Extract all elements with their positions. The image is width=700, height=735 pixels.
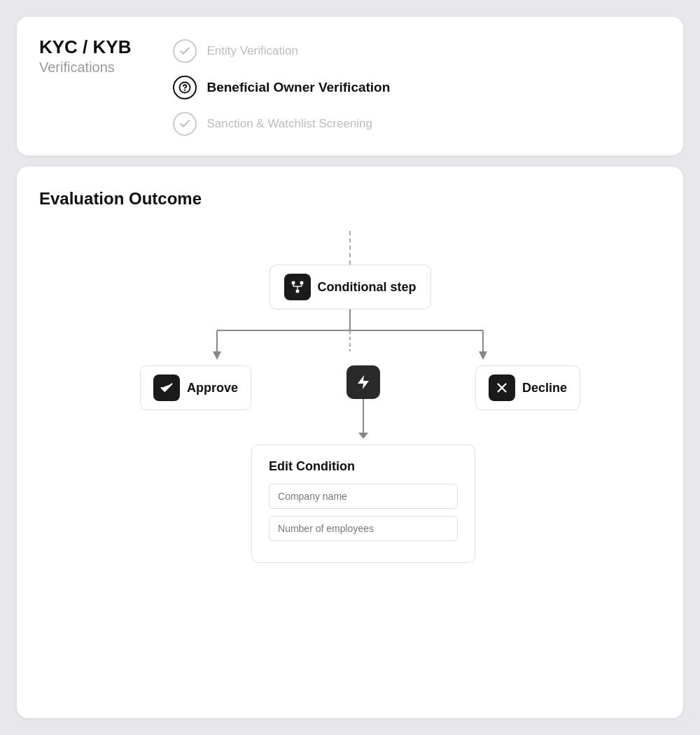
- top-card: KYC / KYB Verifications Entity Verificat…: [17, 17, 683, 155]
- checkmark-icon: [159, 380, 174, 396]
- conditional-step-label: Conditional step: [318, 280, 416, 295]
- svg-marker-16: [358, 375, 369, 389]
- decline-node[interactable]: Decline: [475, 365, 580, 410]
- flow-diagram: Conditional step: [39, 231, 661, 563]
- conditional-step-icon: [284, 274, 311, 300]
- svg-marker-12: [213, 351, 221, 360]
- check-icon: [178, 45, 191, 57]
- svg-rect-2: [291, 281, 295, 285]
- decline-branch: Decline: [475, 365, 580, 410]
- branch-connector-svg-container: [140, 309, 560, 365]
- svg-rect-3: [300, 281, 303, 285]
- conditional-step-node[interactable]: Conditional step: [270, 265, 431, 309]
- kyc-kyb-subtitle: Verifications: [39, 59, 131, 76]
- edit-condition-node: Edit Condition: [251, 444, 475, 563]
- verification-list: Entity Verification Beneficial Owner Ver…: [173, 39, 390, 136]
- entity-verification-label: Entity Verification: [206, 44, 298, 58]
- arrow-down: [358, 433, 368, 439]
- x-icon: [494, 380, 510, 396]
- verification-item-entity[interactable]: Entity Verification: [173, 39, 390, 63]
- decline-icon: [489, 374, 515, 401]
- num-employees-input[interactable]: [269, 516, 458, 541]
- kyc-kyb-title-block: KYC / KYB Verifications: [39, 36, 131, 76]
- evaluation-outcome-card: Evaluation Outcome Conditional step: [17, 167, 683, 718]
- approve-branch: Approve: [140, 365, 251, 410]
- decline-label: Decline: [522, 381, 567, 396]
- dashed-line-top: [349, 231, 351, 265]
- question-icon: [178, 81, 191, 94]
- entity-verification-icon: [173, 39, 197, 63]
- approve-node[interactable]: Approve: [140, 365, 251, 410]
- branch-icon: [290, 279, 305, 295]
- verification-item-beneficial[interactable]: Beneficial Owner Verification: [173, 76, 390, 99]
- company-name-input[interactable]: [269, 484, 458, 509]
- lightning-icon: [355, 374, 372, 391]
- approve-label: Approve: [187, 381, 238, 396]
- check-icon-2: [178, 118, 191, 130]
- beneficial-owner-label: Beneficial Owner Verification: [206, 80, 390, 95]
- svg-rect-4: [295, 290, 299, 293]
- branch-connector-svg: [140, 309, 560, 365]
- middle-branch: Edit Condition: [251, 365, 475, 563]
- sanction-icon: [173, 112, 197, 136]
- sanction-label: Sanction & Watchlist Screening: [206, 117, 372, 131]
- lightning-node[interactable]: [346, 365, 380, 399]
- verification-item-sanction[interactable]: Sanction & Watchlist Screening: [173, 112, 390, 136]
- evaluation-outcome-title: Evaluation Outcome: [39, 189, 661, 209]
- beneficial-owner-icon: [173, 76, 197, 99]
- solid-line-lightning: [363, 399, 364, 433]
- branches-row: Approve Edit Condition: [140, 365, 560, 563]
- kyc-kyb-title: KYC / KYB: [39, 36, 131, 58]
- svg-marker-15: [479, 351, 487, 360]
- approve-icon: [153, 374, 180, 401]
- edit-condition-title: Edit Condition: [269, 459, 458, 474]
- edit-condition-card: Edit Condition: [251, 444, 475, 563]
